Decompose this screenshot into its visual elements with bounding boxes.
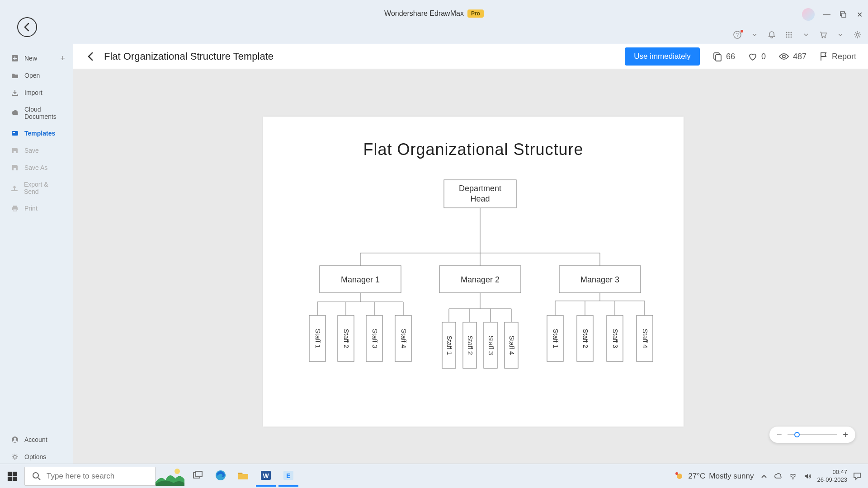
copy-icon xyxy=(712,52,722,61)
sidebar-item-account[interactable]: Account xyxy=(0,431,73,448)
sidebar-item-label: Options xyxy=(24,453,46,460)
flag-icon xyxy=(819,52,828,61)
help-icon[interactable]: ? xyxy=(733,31,741,39)
svg-rect-66 xyxy=(13,476,17,480)
svg-text:Staff 2: Staff 2 xyxy=(343,328,350,348)
tray-chevron-up-icon[interactable] xyxy=(760,472,769,481)
svg-text:Staff 4: Staff 4 xyxy=(400,328,408,348)
likes-stat[interactable]: 0 xyxy=(748,52,766,61)
chevron-left-icon[interactable] xyxy=(85,51,96,62)
sidebar-item-open[interactable]: Open xyxy=(0,67,73,84)
zoom-handle[interactable] xyxy=(794,432,800,437)
svg-rect-22 xyxy=(13,206,17,207)
plus-icon[interactable]: + xyxy=(60,54,65,63)
zoom-in-button[interactable]: + xyxy=(843,430,848,440)
svg-text:Staff 2: Staff 2 xyxy=(467,335,474,355)
chevron-down-icon-3[interactable] xyxy=(836,31,844,39)
bell-icon[interactable] xyxy=(768,31,776,39)
svg-point-14 xyxy=(825,37,826,38)
sidebar-item-new[interactable]: New + xyxy=(0,50,73,67)
file-explorer-icon[interactable] xyxy=(233,466,253,487)
sidebar-item-label: Account xyxy=(24,436,47,443)
sidebar-item-saveas: Save As xyxy=(0,159,73,176)
views-count: 487 xyxy=(793,52,807,61)
edge-app-icon[interactable] xyxy=(211,466,231,487)
folder-icon xyxy=(11,71,19,80)
edrawmax-app-icon[interactable]: E xyxy=(278,466,298,487)
search-icon xyxy=(32,472,41,481)
sidebar-item-options[interactable]: Options xyxy=(0,448,73,465)
maximize-button[interactable] xyxy=(839,10,847,19)
minimize-button[interactable]: — xyxy=(823,10,831,19)
header-tool-icons: ? xyxy=(733,31,862,39)
svg-point-78 xyxy=(792,478,793,479)
sidebar-item-import[interactable]: Import xyxy=(0,84,73,101)
sidebar-item-label: Open xyxy=(24,72,40,79)
sidebar-item-cloud[interactable]: Cloud Documents xyxy=(0,101,73,125)
cloud-icon xyxy=(11,109,19,117)
account-icon xyxy=(11,436,19,444)
zoom-slider[interactable] xyxy=(788,434,838,435)
weather-text: Mostly sunny xyxy=(709,472,754,481)
svg-rect-20 xyxy=(14,168,16,170)
new-icon xyxy=(11,54,19,62)
zoom-out-button[interactable]: − xyxy=(777,430,782,440)
chevron-down-icon[interactable] xyxy=(750,31,759,39)
volume-icon[interactable] xyxy=(803,472,812,481)
svg-text:Staff 1: Staff 1 xyxy=(552,328,560,348)
use-immediately-button[interactable]: Use immediately xyxy=(625,47,700,66)
svg-rect-64 xyxy=(13,471,17,475)
sidebar-item-label: New xyxy=(24,55,37,62)
onedrive-icon[interactable] xyxy=(774,472,783,481)
taskbar-search[interactable] xyxy=(24,467,156,486)
svg-text:Staff 1: Staff 1 xyxy=(446,335,453,355)
sidebar-item-print: Print xyxy=(0,200,73,217)
save-icon xyxy=(11,146,19,155)
report-button[interactable]: Report xyxy=(819,52,856,61)
clock-time: 00:47 xyxy=(817,469,848,476)
back-button[interactable] xyxy=(17,17,37,37)
system-clock[interactable]: 00:47 26-09-2023 xyxy=(817,469,848,483)
svg-rect-19 xyxy=(14,151,16,153)
sidebar-item-save: Save xyxy=(0,142,73,159)
sidebar-item-templates[interactable]: Templates xyxy=(0,125,73,142)
svg-point-9 xyxy=(791,34,792,36)
org-chart: Department Head Manager 1 Manager 2 Mana… xyxy=(263,175,684,410)
svg-text:Staff 3: Staff 3 xyxy=(371,328,379,348)
start-button[interactable] xyxy=(0,464,24,488)
sidebar-item-label: Import xyxy=(24,89,42,96)
task-view-button[interactable] xyxy=(188,466,208,487)
action-center-icon[interactable] xyxy=(853,472,862,481)
apps-icon[interactable] xyxy=(785,31,793,39)
svg-point-26 xyxy=(14,455,16,458)
svg-point-12 xyxy=(791,37,792,38)
user-avatar[interactable] xyxy=(802,8,815,21)
gear-icon[interactable] xyxy=(854,31,862,39)
saveas-icon xyxy=(11,164,19,172)
svg-rect-18 xyxy=(13,132,15,133)
zoom-control[interactable]: − + xyxy=(769,427,855,443)
wifi-icon[interactable] xyxy=(788,472,797,481)
svg-rect-17 xyxy=(12,131,18,136)
svg-text:Staff 4: Staff 4 xyxy=(508,335,516,355)
windows-icon xyxy=(7,471,17,481)
word-app-icon[interactable]: W xyxy=(256,466,276,487)
svg-point-7 xyxy=(786,34,788,36)
svg-text:Department: Department xyxy=(459,184,501,193)
svg-text:Staff 4: Staff 4 xyxy=(642,328,649,348)
print-icon xyxy=(11,204,19,212)
import-icon xyxy=(11,89,19,97)
pro-badge: Pro xyxy=(467,9,484,18)
search-input[interactable] xyxy=(47,472,148,481)
svg-point-13 xyxy=(822,37,823,38)
svg-rect-23 xyxy=(13,209,17,211)
page-title: Flat Organizational Structure Template xyxy=(104,51,274,62)
chevron-down-icon-2[interactable] xyxy=(802,31,810,39)
eye-icon xyxy=(778,52,789,61)
views-stat[interactable]: 487 xyxy=(778,52,807,61)
close-button[interactable]: ✕ xyxy=(855,10,863,19)
weather-widget[interactable]: 27°C Mostly sunny xyxy=(675,471,754,481)
svg-point-25 xyxy=(14,438,16,440)
cart-icon[interactable] xyxy=(819,31,827,39)
copies-stat[interactable]: 66 xyxy=(712,52,735,61)
